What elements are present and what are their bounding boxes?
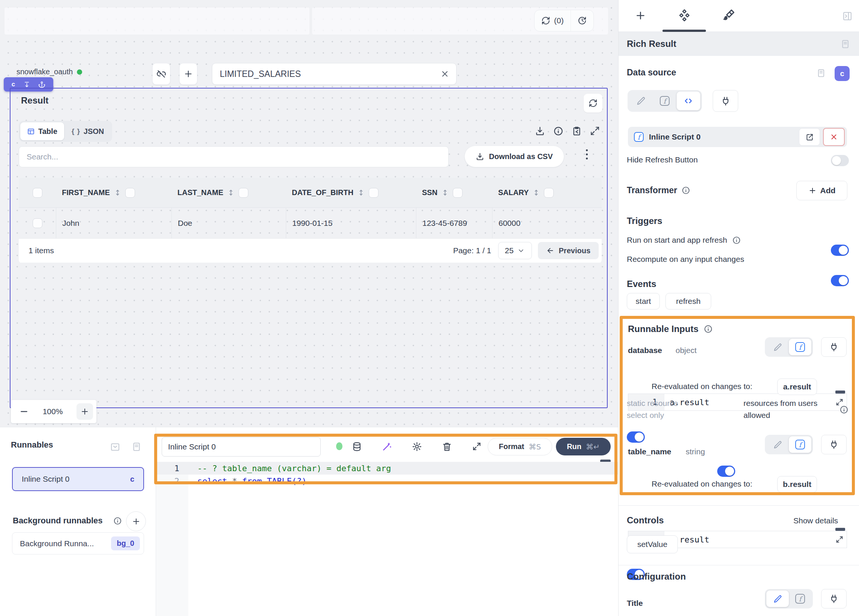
column-header[interactable]: SSN	[416, 178, 492, 208]
event-chip-refresh[interactable]: refresh	[665, 293, 711, 310]
unlink-button[interactable]	[152, 63, 170, 85]
add-background-runnable-button[interactable]	[126, 511, 146, 531]
info-icon[interactable]	[839, 405, 848, 414]
mode-function-option[interactable]: f	[789, 591, 811, 607]
table-name-reeval-chip[interactable]: b.result	[777, 476, 817, 492]
maximize-icon[interactable]	[590, 126, 600, 136]
code-line[interactable]: 2 select * from TABLE(?)	[156, 475, 618, 487]
event-chip-start[interactable]: start	[627, 293, 660, 310]
connect-source-button[interactable]	[713, 90, 738, 112]
column-option[interactable]	[239, 188, 248, 198]
data-source-chip[interactable]: f Inline Script 0	[628, 127, 847, 147]
refresh-all-button[interactable]: (0)	[534, 10, 570, 31]
resources-from-users-toggle[interactable]	[717, 466, 735, 477]
page-size-select[interactable]: 25	[498, 242, 532, 259]
mode-static-option[interactable]	[629, 92, 653, 110]
database-icon[interactable]	[352, 442, 362, 452]
add-component-tab-icon[interactable]	[635, 10, 646, 21]
column-label: FIRST_NAME	[62, 188, 110, 197]
magic-wand-icon[interactable]	[382, 442, 392, 452]
column-option[interactable]	[125, 188, 135, 198]
column-header[interactable]: SALARY	[492, 178, 602, 208]
inspector-panel: Rich Result Data source c f f Inline Scr…	[618, 0, 859, 616]
column-header[interactable]: DATE_OF_BIRTH	[286, 178, 416, 208]
info-icon[interactable]	[553, 126, 564, 136]
gear-icon[interactable]	[412, 442, 422, 452]
open-script-button[interactable]	[799, 128, 820, 145]
info-icon[interactable]	[704, 325, 713, 333]
table-row[interactable]: John Doe 1990-01-15 123-45-6789 60000	[19, 208, 602, 238]
title-connect-button[interactable]	[821, 589, 847, 608]
database-connect-button[interactable]	[821, 337, 847, 357]
zoom-in-button[interactable]	[77, 403, 93, 420]
script-name-input[interactable]	[162, 442, 320, 451]
column-option[interactable]	[544, 188, 554, 198]
column-header[interactable]: FIRST_NAME	[56, 178, 172, 208]
mode-static-option[interactable]	[766, 591, 789, 607]
format-button[interactable]: Format ⌘S	[488, 438, 552, 455]
doc-list-icon[interactable]	[131, 442, 142, 452]
download-csv-button[interactable]: Download as CSV	[464, 145, 564, 167]
info-icon[interactable]	[732, 236, 741, 245]
expand-editor-button[interactable]	[836, 535, 843, 544]
mode-function-option[interactable]: f	[653, 92, 676, 110]
add-button[interactable]	[179, 63, 197, 85]
table-name-input[interactable]	[212, 69, 440, 79]
sort-icon[interactable]	[227, 189, 235, 197]
previous-page-button[interactable]: Previous	[538, 242, 599, 259]
add-transformer-button[interactable]: Add	[797, 181, 847, 200]
mode-static-option[interactable]	[766, 436, 789, 453]
show-details-link[interactable]: Show details	[793, 516, 838, 525]
app-canvas[interactable]: (0) snowflake_oauth c	[0, 0, 618, 427]
remove-source-button[interactable]	[823, 128, 845, 146]
database-reeval-toggle[interactable]	[627, 432, 645, 443]
background-runnable-item[interactable]: Background Runna... bg_0	[12, 532, 144, 555]
mode-function-option[interactable]: f	[789, 436, 811, 453]
doc-icon[interactable]	[840, 39, 850, 49]
column-option[interactable]	[453, 188, 462, 198]
control-chip-setvalue[interactable]: setValue	[627, 535, 678, 553]
clear-input-button[interactable]	[440, 69, 449, 78]
sort-icon[interactable]	[441, 189, 449, 197]
styles-tab-icon[interactable]	[722, 9, 735, 22]
row-checkbox[interactable]	[33, 218, 42, 228]
run-on-start-toggle[interactable]	[831, 245, 849, 256]
column-header[interactable]: LAST_NAME	[172, 178, 286, 208]
info-icon[interactable]	[682, 186, 690, 195]
collapse-all-icon[interactable]	[110, 442, 120, 452]
info-icon[interactable]	[113, 517, 122, 525]
zoom-out-button[interactable]	[19, 406, 29, 416]
tab-json[interactable]: { } JSON	[65, 122, 111, 140]
sort-icon[interactable]	[357, 189, 365, 197]
move-down-icon[interactable]	[23, 81, 30, 88]
sort-icon[interactable]	[532, 189, 540, 197]
database-reeval-chip[interactable]: a.result	[777, 378, 817, 395]
components-tab-icon[interactable]	[678, 9, 691, 23]
column-option[interactable]	[369, 188, 378, 198]
recompute-toggle[interactable]	[831, 275, 849, 286]
empty-component-placeholder[interactable]	[5, 8, 309, 34]
runnable-item-inline-script-0[interactable]: Inline Script 0 c	[12, 467, 144, 491]
code-line[interactable]: 1 -- ? table_name (varchar) = default ar…	[156, 462, 618, 475]
table-search-input[interactable]	[19, 152, 448, 161]
history-button[interactable]	[571, 10, 593, 31]
mode-code-option[interactable]	[677, 92, 700, 110]
trash-icon[interactable]	[442, 442, 452, 452]
tab-table[interactable]: Table	[20, 122, 64, 140]
sort-icon[interactable]	[114, 189, 122, 197]
expand-icon[interactable]	[472, 442, 482, 451]
clipboard-copy-icon[interactable]	[572, 126, 582, 136]
run-button[interactable]: Run ⌘↵	[556, 438, 611, 455]
mode-function-option[interactable]: f	[789, 339, 811, 355]
mode-static-option[interactable]	[766, 339, 789, 355]
collapse-panel-icon[interactable]	[842, 11, 853, 21]
anchor-icon[interactable]	[38, 81, 45, 88]
code-area[interactable]: 1 -- ? table_name (varchar) = default ar…	[156, 462, 618, 487]
hide-refresh-toggle[interactable]	[831, 155, 849, 166]
table-name-connect-button[interactable]	[821, 435, 847, 454]
doc-icon[interactable]	[816, 68, 826, 78]
download-icon[interactable]	[535, 126, 545, 136]
result-refresh-button[interactable]	[584, 94, 603, 113]
select-all-checkbox[interactable]	[33, 188, 42, 198]
table-more-menu-button[interactable]	[586, 149, 588, 159]
